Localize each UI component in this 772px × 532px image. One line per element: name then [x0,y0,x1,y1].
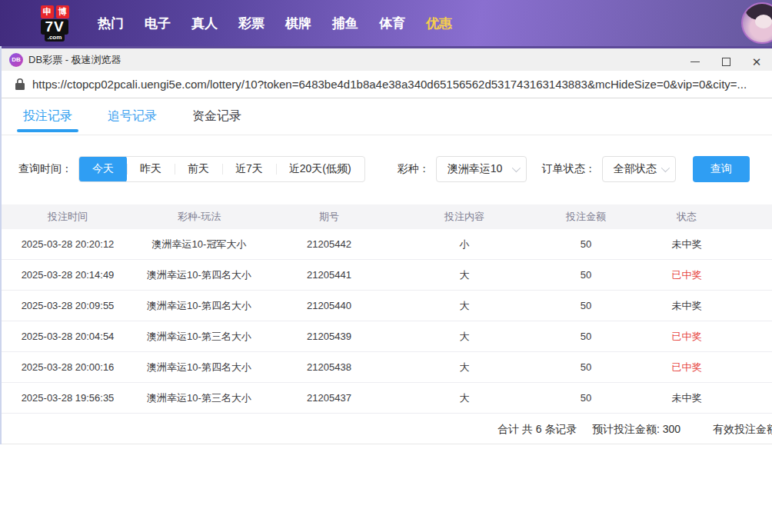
table-row: 2025-03-28 20:04:54澳洲幸运10-第三名大小21205439大… [2,321,772,352]
logo-badge-2: 博 [56,5,69,18]
chevron-down-icon [661,164,669,172]
cell-issue-number: 21205440 [265,300,394,311]
time-range-group: 今天昨天前天近7天近20天(低频) [78,156,365,182]
table-row: 2025-03-28 20:09:55澳洲幸运10-第四名大小21205440大… [2,291,772,321]
cell-issue-number: 21205439 [265,331,394,342]
lottery-select[interactable]: 澳洲幸运10 [436,156,527,182]
table-body: 2025-03-28 20:20:12澳洲幸运10-冠军大小21205442小5… [2,229,772,414]
cell-status: 已中奖 [637,361,737,374]
cell-bet-time: 2025-03-28 20:09:55 [2,300,134,311]
expected-amount-label: 预计投注金额: 300 [592,423,680,437]
col-header-issue-number: 期号 [265,210,394,224]
nav-item-2[interactable]: 电子 [145,15,171,32]
cell-lottery-play: 澳洲幸运10-第三名大小 [134,330,265,344]
top-banner: 申 博 7V .com 热门电子真人彩票棋牌捕鱼体育优惠 [0,0,772,46]
user-avatar[interactable] [741,2,772,44]
nav-item-8[interactable]: 优惠 [426,15,452,32]
lottery-filter-label: 彩种： [398,162,430,176]
cell-lottery-play: 澳洲幸运10-第三名大小 [134,391,265,405]
cell-bet-amount: 50 [535,361,637,373]
filter-bar: 查询时间： 今天昨天前天近7天近20天(低频) 彩种： 澳洲幸运10 订单状态：… [18,156,772,182]
cell-bet-content: 大 [394,391,535,405]
window-controls: ✕ [680,51,772,73]
cell-bet-time: 2025-03-28 20:14:49 [2,269,134,281]
cell-lottery-play: 澳洲幸运10-第四名大小 [134,299,265,313]
order-status-select[interactable]: 全部状态 [602,156,676,182]
logo-badge-1: 申 [41,5,54,18]
time-option-5[interactable]: 近20天(低频) [276,156,364,182]
cell-bet-time: 2025-03-28 20:20:12 [2,238,134,250]
url-text: https://ctopcp02pcali.uengi5e.com/lotter… [32,78,747,91]
window-titlebar: DB DB彩票 - 极速浏览器 ✕ [2,46,772,71]
cell-bet-content: 大 [394,361,535,374]
logo-badges: 申 博 [41,5,69,18]
minimize-icon [690,62,700,62]
app-icon: DB [9,53,23,67]
cell-status: 未中奖 [637,238,737,251]
cell-bet-amount: 50 [535,300,637,311]
cell-lottery-play: 澳洲幸运10-第四名大小 [134,361,265,374]
nav-item-5[interactable]: 棋牌 [285,15,311,32]
order-status-value: 全部状态 [614,162,657,176]
table-row: 2025-03-28 19:56:35澳洲幸运10-第三名大小21205437大… [2,383,772,414]
cell-bet-amount: 50 [535,269,637,281]
tab-3[interactable]: 资金记录 [192,98,241,135]
maximize-button[interactable] [710,51,741,73]
logo-brand: 7V [41,19,68,35]
logo-suffix: .com [45,34,65,42]
lock-icon [15,78,25,90]
tab-1[interactable]: 投注记录 [23,98,72,135]
table-row: 2025-03-28 20:14:49澳洲幸运10-第四名大小21205441大… [2,260,772,291]
table-row: 2025-03-28 20:20:12澳洲幸运10-冠军大小21205442小5… [2,229,772,260]
status-filter-label: 订单状态： [542,162,596,176]
nav-item-1[interactable]: 热门 [98,15,124,32]
time-filter-label: 查询时间： [18,162,72,176]
page-content: 投注记录追号记录资金记录 查询时间： 今天昨天前天近7天近20天(低频) 彩种：… [2,98,772,444]
cell-bet-time: 2025-03-28 20:00:16 [2,361,134,373]
col-header-status: 状态 [637,210,737,224]
close-icon: ✕ [752,56,762,68]
record-tabs: 投注记录追号记录资金记录 [2,98,772,135]
col-header-lottery-play: 彩种-玩法 [134,210,265,224]
cell-issue-number: 21205438 [265,361,394,373]
site-logo[interactable]: 申 博 7V .com [33,5,76,42]
table-header-row: 投注时间彩种-玩法期号投注内容投注金额状态 [2,204,772,229]
nav-item-3[interactable]: 真人 [191,15,218,32]
col-header-bet-content: 投注内容 [394,210,535,224]
address-bar[interactable]: https://ctopcp02pcali.uengi5e.com/lotter… [2,71,772,98]
summary-row: 合计 共 6 条记录 预计投注金额: 300 有效投注金额 [2,414,772,444]
nav-item-4[interactable]: 彩票 [238,15,265,32]
cell-status: 已中奖 [637,268,737,282]
cell-bet-time: 2025-03-28 20:04:54 [2,331,134,342]
cell-bet-content: 大 [394,268,535,282]
cell-bet-amount: 50 [535,331,637,342]
search-button[interactable]: 查询 [693,156,750,182]
cell-status: 未中奖 [637,391,737,405]
cell-bet-content: 小 [394,238,535,251]
close-button[interactable]: ✕ [741,51,772,73]
window-title: DB彩票 - 极速浏览器 [28,53,121,67]
cell-bet-amount: 50 [535,392,637,404]
nav-item-7[interactable]: 体育 [379,15,405,32]
tab-2[interactable]: 追号记录 [108,98,157,135]
cell-lottery-play: 澳洲幸运10-冠军大小 [134,238,265,251]
cell-bet-content: 大 [394,330,535,344]
cell-bet-amount: 50 [535,238,637,250]
cell-issue-number: 21205437 [265,392,394,404]
nav-item-6[interactable]: 捕鱼 [332,15,358,32]
time-option-2[interactable]: 昨天 [127,156,175,182]
lottery-select-value: 澳洲幸运10 [448,162,503,176]
col-header-bet-amount: 投注金额 [535,210,637,224]
cell-lottery-play: 澳洲幸运10-第四名大小 [134,268,265,282]
table-row: 2025-03-28 20:00:16澳洲幸运10-第四名大小21205438大… [2,352,772,383]
cell-bet-content: 大 [394,299,535,313]
col-header-bet-time: 投注时间 [2,210,134,224]
time-option-1[interactable]: 今天 [79,156,127,182]
time-option-4[interactable]: 近7天 [222,156,276,182]
minimize-button[interactable] [680,51,710,73]
chevron-down-icon [511,164,520,172]
time-option-3[interactable]: 前天 [175,156,222,182]
valid-amount-label: 有效投注金额 [713,423,772,437]
cell-issue-number: 21205442 [265,238,394,250]
cell-issue-number: 21205441 [265,269,394,281]
